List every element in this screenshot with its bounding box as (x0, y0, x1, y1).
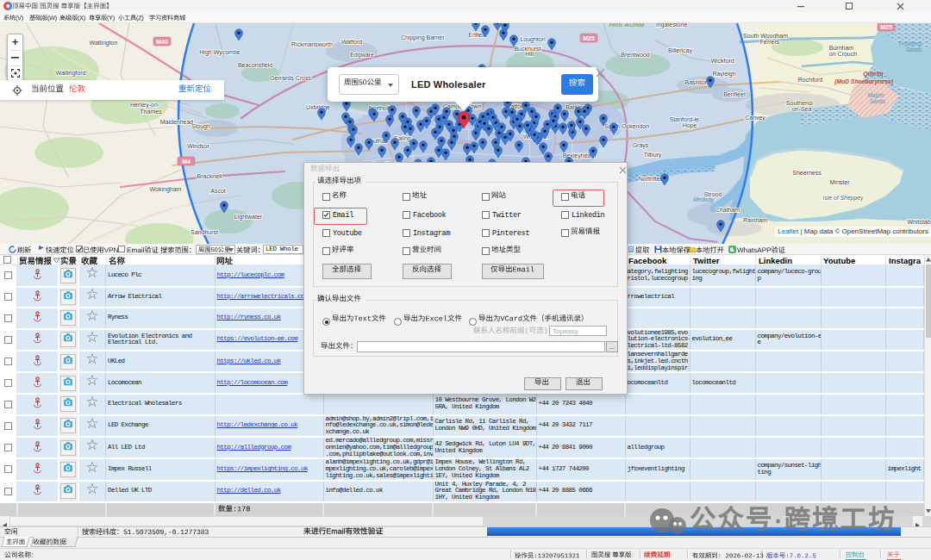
svg-text:Minster: Minster (830, 179, 851, 185)
svg-text:Slough: Slough (191, 123, 210, 130)
svg-text:M25: M25 (583, 35, 595, 41)
svg-text:Watford: Watford (341, 39, 362, 45)
svg-text:Henley-on-: Henley-on- (130, 102, 160, 109)
svg-text:Loughton: Loughton (520, 36, 545, 43)
svg-text:Southend-: Southend- (786, 100, 815, 106)
svg-text:Rayleigh: Rayleigh (712, 71, 735, 78)
svg-text:Hope: Hope (683, 122, 697, 129)
svg-text:Whitstab: Whitstab (907, 219, 930, 225)
svg-text:Wickford: Wickford (710, 58, 734, 64)
svg-text:Medway: Medway (693, 196, 715, 203)
svg-text:Wokingham: Wokingham (150, 186, 182, 193)
svg-text:Thames: Thames (140, 109, 162, 115)
svg-text:Billericay: Billericay (668, 47, 693, 54)
svg-text:Sheerness: Sheerness (792, 170, 822, 176)
svg-text:Burnham: Burnham (829, 45, 854, 51)
svg-text:M40: M40 (156, 39, 168, 45)
svg-text:High Wycombe: High Wycombe (199, 49, 241, 56)
svg-text:on-Sea: on-Sea (792, 106, 812, 112)
svg-text:Qinetiq: Qinetiq (863, 71, 884, 78)
svg-text:Sands: Sands (906, 47, 922, 53)
svg-text:Canvey: Canvey (745, 115, 765, 121)
svg-text:Benfleet: Benfleet (723, 91, 746, 97)
svg-text:Windsor: Windsor (187, 143, 209, 149)
svg-text:Chatham: Chatham (715, 207, 740, 213)
svg-text:Beaconsfield: Beaconsfield (238, 62, 272, 68)
svg-text:Hill: Hill (525, 51, 534, 57)
svg-text:Brentwood: Brentwood (621, 52, 650, 58)
svg-text:Foulness: Foulness (899, 40, 922, 47)
svg-text:(MoD Shoeburyness): (MoD Shoeburyness) (834, 78, 894, 85)
svg-text:Rainham: Rainham (743, 217, 767, 223)
svg-text:Stanford-le-: Stanford-le- (670, 116, 702, 122)
svg-text:Bracknell: Bracknell (197, 173, 222, 179)
svg-text:Grays: Grays (633, 142, 649, 149)
svg-text:Basildon: Basildon (685, 79, 709, 85)
svg-text:Rickmansworth: Rickmansworth (291, 41, 333, 47)
svg-text:Watlington: Watlington (90, 40, 118, 47)
svg-text:Isle of Sheppey: Isle of Sheppey (823, 195, 864, 202)
svg-text:Sandhurst: Sandhurst (191, 229, 218, 235)
svg-text:Rochford: Rochford (798, 77, 823, 83)
svg-text:South Woodham: South Woodham (743, 33, 788, 39)
svg-text:M4: M4 (182, 159, 191, 165)
svg-text:Lightwater: Lightwater (234, 214, 263, 221)
svg-text:Gerrards Cross: Gerrards Cross (270, 75, 311, 81)
svg-text:Tilbury: Tilbury (644, 152, 662, 159)
svg-text:Ferrers: Ferrers (760, 39, 780, 45)
svg-text:Wallingford: Wallingford (56, 70, 86, 77)
svg-text:Edgware: Edgware (350, 52, 374, 59)
svg-text:Ascot: Ascot (210, 188, 226, 194)
svg-text:Chipping Barnet: Chipping Barnet (401, 34, 444, 41)
svg-text:on Crouch: on Crouch (829, 51, 857, 57)
svg-text:Sands: Sands (870, 98, 886, 104)
svg-text:Maidenhead: Maidenhead (160, 119, 194, 125)
svg-text:M25: M25 (880, 24, 892, 30)
svg-text:HIIS AONB: HIIS AONB (609, 23, 644, 28)
